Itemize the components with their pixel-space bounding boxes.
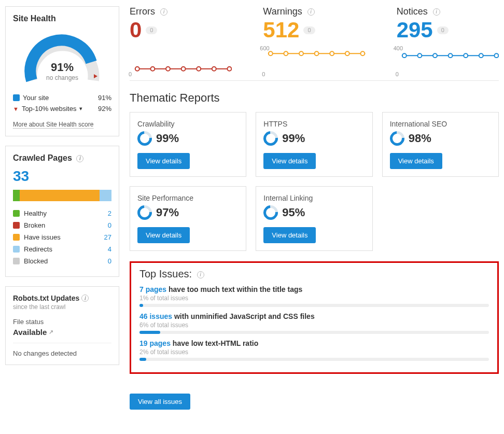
view-details-button[interactable]: View details: [390, 153, 442, 169]
thematic-value: 99%: [156, 132, 179, 145]
crawled-row[interactable]: Broken0: [13, 221, 111, 229]
robots-title: Robots.txt Updates i: [13, 294, 89, 302]
thematic-section: Thematic Reports Crawlability 99% View d…: [130, 91, 499, 251]
svg-point-2: [135, 67, 139, 71]
square-icon: [13, 94, 20, 101]
issue-row[interactable]: 7 pages have too much text within the ti…: [139, 285, 489, 307]
errors-sparkline: 0: [130, 48, 232, 74]
thematic-value: 97%: [156, 206, 179, 219]
stackbar-segment: [100, 190, 111, 201]
info-icon[interactable]: i: [81, 295, 89, 302]
thematic-value: 99%: [282, 132, 305, 145]
errors-stat: Errorsi 00 0: [130, 6, 232, 74]
svg-point-13: [315, 51, 319, 55]
svg-point-19: [417, 53, 422, 58]
robots-since: since the last crawl: [13, 303, 111, 311]
crawled-title: Crawled Pages i: [13, 153, 111, 163]
thematic-name: Internal Linking: [263, 194, 365, 202]
svg-point-4: [166, 67, 170, 71]
svg-point-18: [402, 53, 407, 58]
svg-point-8: [227, 67, 231, 71]
svg-point-14: [330, 51, 334, 55]
crawled-count: 4: [108, 245, 111, 253]
notices-stat: Noticesi 2950 400 0: [397, 6, 499, 74]
square-icon: [13, 234, 20, 241]
view-all-issues-button[interactable]: View all issues: [130, 394, 190, 410]
thematic-card: HTTPS 99% View details: [256, 112, 372, 177]
delta-pill: 0: [303, 26, 315, 34]
crawled-count: 0: [108, 221, 111, 229]
issue-text: 7 pages have too much text within the ti…: [139, 285, 489, 293]
crawled-row[interactable]: Healthy2: [13, 209, 111, 217]
view-details-button[interactable]: View details: [137, 227, 190, 243]
crawled-label: Blocked: [24, 257, 48, 265]
gauge-percent: 91%: [22, 61, 103, 74]
thematic-value: 98%: [409, 132, 431, 145]
svg-point-15: [345, 51, 349, 55]
thematic-card: Internal Linking 95% View details: [256, 186, 372, 251]
view-details-button[interactable]: View details: [263, 153, 316, 169]
crawled-total: 33: [13, 168, 111, 185]
view-details-button[interactable]: View details: [263, 227, 316, 243]
issue-row[interactable]: 19 pages have low text-HTML ratio 2% of …: [139, 339, 489, 361]
info-icon[interactable]: i: [160, 8, 167, 16]
stackbar-segment: [20, 190, 100, 201]
square-icon: [13, 210, 20, 217]
robots-card: Robots.txt Updates i since the last craw…: [5, 286, 119, 365]
thematic-card: Crawlability 99% View details: [130, 112, 246, 177]
notices-sparkline: 400 0: [397, 48, 499, 74]
svg-point-7: [212, 67, 216, 71]
ring-icon: [134, 202, 155, 222]
issue-progressbar: [139, 304, 489, 307]
issue-progressbar: [139, 331, 489, 334]
legend-top10[interactable]: ▼ Top-10% websites ▾ 92%: [13, 105, 111, 113]
crawled-stackbar: [13, 190, 111, 201]
svg-point-5: [181, 67, 186, 71]
file-status-value[interactable]: Available ↗: [13, 328, 53, 337]
crawled-label: Broken: [24, 221, 45, 229]
svg-point-3: [150, 67, 155, 71]
chevron-down-icon: ▾: [79, 105, 82, 112]
view-details-button[interactable]: View details: [137, 153, 190, 169]
issue-row[interactable]: 46 issues with unminified JavaScript and…: [139, 312, 489, 334]
info-icon[interactable]: i: [307, 8, 315, 16]
issue-subtext: 2% of total issues: [139, 348, 489, 356]
stackbar-segment: [13, 190, 20, 201]
top-issues-title: Top Issues: i: [139, 268, 489, 280]
issue-text: 46 issues with unminified JavaScript and…: [139, 312, 489, 320]
info-icon[interactable]: i: [433, 8, 440, 16]
thematic-name: Site Performance: [137, 194, 239, 202]
thematic-name: International SEO: [390, 120, 491, 128]
thematic-name: Crawlability: [137, 120, 239, 128]
robots-no-changes: No changes detected: [13, 343, 111, 357]
crawled-count: 27: [104, 233, 111, 241]
ring-icon: [261, 128, 281, 148]
crawled-row[interactable]: Redirects4: [13, 245, 111, 253]
crawled-row[interactable]: Have issues27: [13, 233, 111, 241]
svg-point-16: [361, 51, 365, 55]
ring-icon: [261, 202, 281, 222]
ring-icon: [387, 128, 407, 148]
top-stats-row: Errorsi 00 0 Warningsi 5120 600 0 Notice…: [130, 6, 499, 81]
crawled-row[interactable]: Blocked0: [13, 257, 111, 265]
square-icon: [13, 246, 20, 253]
site-health-more-link[interactable]: More about Site Health score: [13, 121, 93, 129]
svg-point-23: [479, 53, 483, 58]
ring-icon: [134, 128, 155, 148]
thematic-card: International SEO 98% View details: [382, 112, 499, 177]
site-health-gauge: 91% no changes: [22, 29, 103, 86]
delta-pill: 0: [437, 26, 449, 34]
info-icon[interactable]: i: [76, 155, 83, 162]
crawled-count: 2: [108, 209, 111, 217]
svg-point-22: [464, 53, 468, 58]
square-icon: [13, 258, 20, 264]
site-health-title: Site Health: [13, 14, 111, 23]
thematic-value: 95%: [282, 206, 305, 219]
square-icon: [13, 222, 20, 229]
caret-down-icon: ▼: [13, 106, 19, 112]
info-icon[interactable]: i: [197, 271, 204, 278]
svg-point-24: [494, 53, 498, 58]
svg-point-10: [269, 51, 273, 55]
file-status-label: File status: [13, 318, 111, 326]
crawled-pages-card: Crawled Pages i 33 Healthy2Broken0Have i…: [5, 146, 119, 277]
